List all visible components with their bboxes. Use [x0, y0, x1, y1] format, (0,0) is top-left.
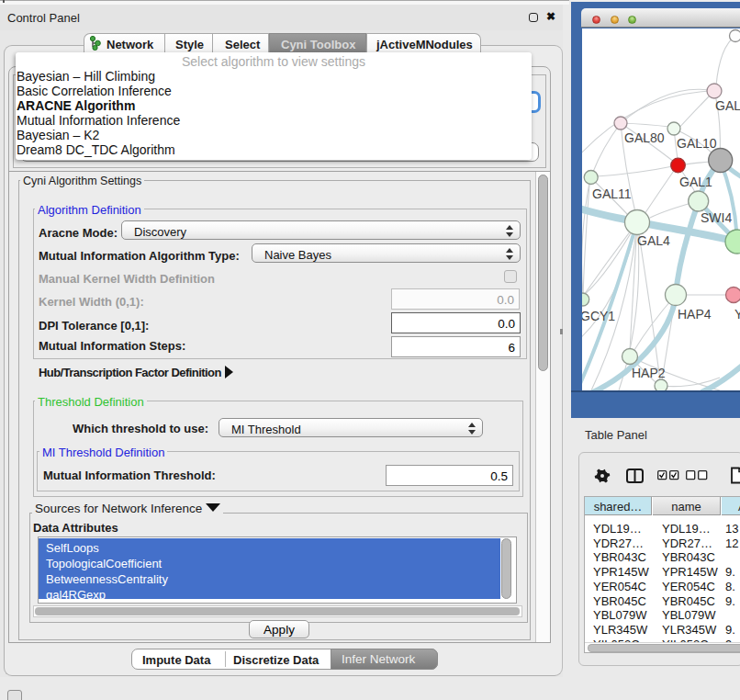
- svg-text:HAP4: HAP4: [678, 307, 712, 322]
- svg-text:GAL80: GAL80: [624, 130, 665, 145]
- svg-text:HAP2: HAP2: [632, 366, 666, 380]
- svg-text:GAL1: GAL1: [679, 175, 712, 189]
- svg-text:GAL10: GAL10: [677, 136, 717, 151]
- svg-text:GAL4: GAL4: [637, 233, 670, 248]
- svg-text:SWI4: SWI4: [701, 210, 732, 225]
- svg-text:GAL11: GAL11: [592, 186, 632, 201]
- svg-text:GCY1: GCY1: [582, 309, 615, 323]
- svg-text:Y: Y: [734, 307, 740, 322]
- svg-text:GAL7: GAL7: [715, 98, 740, 113]
